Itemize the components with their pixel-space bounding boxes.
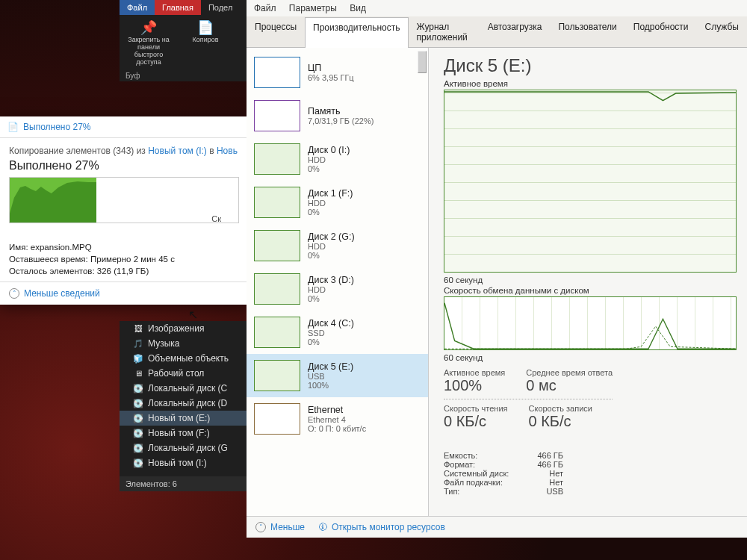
detail-pane: Диск 5 (E:) Активное время 60 секунд Ско… <box>429 48 747 516</box>
items-remaining-row: Осталось элементов: 326 (11,9 ГБ) <box>0 265 248 281</box>
drive-icon: 💽 <box>133 384 143 393</box>
resource-entry[interactable]: Диск 2 (G:)HDD0% <box>247 224 428 267</box>
tab-0[interactable]: Процессы <box>247 16 305 47</box>
kv-row: Емкость:466 ГБ <box>444 451 563 460</box>
thumb-chart <box>254 57 300 88</box>
axis-label-2: 60 секунд <box>444 353 737 362</box>
drive-icon: 💽 <box>133 414 143 423</box>
kv-row: Системный диск:Нет <box>444 469 563 478</box>
fewer-details-link[interactable]: ˄Меньше <box>255 522 305 532</box>
resmon-icon: 🛈 <box>318 522 327 532</box>
active-time-label: Активное время <box>444 79 737 88</box>
chevron-up-icon: ˄ <box>255 522 266 532</box>
sidebar-item[interactable]: 🖼Изображения <box>120 321 247 336</box>
sidebar-item[interactable]: 💽Локальный диск (C <box>120 381 247 396</box>
sidebar-item[interactable]: 🧊Объемные объекть <box>120 351 247 366</box>
detail-title: Диск 5 (E:) <box>444 55 737 76</box>
menu-view[interactable]: Вид <box>350 3 366 13</box>
sidebar-item-label: Объемные объекть <box>148 353 229 364</box>
entry-sub: 7,0/31,9 ГБ (22%) <box>308 116 374 125</box>
thumb-chart <box>254 187 300 218</box>
sidebar-item[interactable]: 💽Локальный диск (D <box>120 396 247 411</box>
entry-name: Диск 4 (C:) <box>308 318 354 329</box>
source-link[interactable]: Новый том (I:) <box>148 146 207 156</box>
drive-icon: 🎵 <box>133 339 143 349</box>
tm-footer: ˄Меньше 🛈Открыть монитор ресурсов <box>247 516 747 538</box>
transfer-rate-chart[interactable] <box>444 296 737 350</box>
entry-name: Диск 2 (G:) <box>308 231 355 242</box>
active-time-chart[interactable] <box>444 90 737 273</box>
sidebar-item-label: Локальный диск (C <box>148 383 227 393</box>
tab-3[interactable]: Автозагрузка <box>480 16 551 47</box>
sidebar-item[interactable]: 💽Локальный диск (G <box>120 441 247 455</box>
sidebar-item[interactable]: 💽Новый том (I:) <box>120 455 247 470</box>
explorer-ribbon-fragment: Файл Главная Подел 📌 Закрепить на панели… <box>120 0 247 81</box>
fewer-details-toggle[interactable]: ˄ Меньше сведений <box>0 281 248 305</box>
sidebar-item[interactable]: 🎵Музыка <box>120 336 247 351</box>
chevron-up-icon: ˄ <box>9 288 19 299</box>
resource-entry[interactable]: Диск 1 (F:)HDD0% <box>247 181 428 224</box>
menu-options[interactable]: Параметры <box>289 3 337 13</box>
pin-quickaccess-button[interactable]: 📌 Закрепить на панели быстрого доступа <box>123 19 175 66</box>
drive-icon: 💽 <box>133 429 143 438</box>
resource-list[interactable]: ЦП6% 3,95 ГГцПамять7,0/31,9 ГБ (22%)Диск… <box>247 48 429 516</box>
explorer-tab-home[interactable]: Главная <box>155 0 201 15</box>
kv-row: Формат:466 ГБ <box>444 460 563 469</box>
resource-entry[interactable]: ЦП6% 3,95 ГГц <box>247 51 428 94</box>
task-manager-window: Файл Параметры Вид ПроцессыПроизводитель… <box>247 0 747 538</box>
stat-read-speed: Скорость чтения 0 КБ/с <box>444 404 508 430</box>
entry-sub: Ethernet 4О: 0 П: 0 кбит/с <box>308 415 366 433</box>
explorer-tab-share[interactable]: Подел <box>201 0 240 15</box>
sidebar-item[interactable]: 🖥Рабочий стол <box>120 366 247 381</box>
tab-6[interactable]: Службы <box>697 16 747 47</box>
stat-write-speed: Скорость записи 0 КБ/с <box>529 404 592 430</box>
entry-sub: HDD0% <box>308 285 354 303</box>
menu-bar: Файл Параметры Вид <box>247 0 747 16</box>
entry-name: Память <box>308 106 374 116</box>
file-name-row: Имя: expansion.MPQ <box>0 241 248 253</box>
sidebar-item[interactable]: 💽Новый том (E:) <box>120 411 247 426</box>
scrollbar-thumb[interactable] <box>418 51 427 73</box>
copy-label: Копиров <box>193 36 219 43</box>
entry-sub: 6% 3,95 ГГц <box>308 73 354 82</box>
tab-strip: ПроцессыПроизводительностьЖурнал приложе… <box>247 16 747 48</box>
statusbar-item-count: Элементов: 6 <box>120 476 247 491</box>
thumb-chart <box>254 317 300 348</box>
entry-sub: HDD0% <box>308 242 355 260</box>
resource-entry[interactable]: Память7,0/31,9 ГБ (22%) <box>247 94 428 137</box>
copy-button[interactable]: 📄 Копиров <box>179 19 232 66</box>
explorer-nav-sidebar: 🖼Изображения🎵Музыка🧊Объемные объекть🖥Раб… <box>120 321 247 491</box>
explorer-tab-file[interactable]: Файл <box>120 0 155 15</box>
drive-icon: 🖼 <box>133 324 143 333</box>
menu-file[interactable]: Файл <box>254 3 276 13</box>
sidebar-item-label: Рабочий стол <box>148 368 204 379</box>
tab-1[interactable]: Производительность <box>305 17 408 48</box>
open-resmon-link[interactable]: 🛈Открыть монитор ресурсов <box>318 522 445 532</box>
thumb-chart <box>254 230 300 261</box>
tab-4[interactable]: Пользователи <box>550 16 624 47</box>
resource-entry[interactable]: Диск 3 (D:)HDD0% <box>247 267 428 311</box>
entry-sub: SSD0% <box>308 329 354 346</box>
tab-5[interactable]: Подробности <box>625 16 697 47</box>
sidebar-item[interactable]: 💽Новый том (F:) <box>120 426 247 441</box>
entry-name: ЦП <box>308 63 354 73</box>
sidebar-item-label: Локальный диск (D <box>148 398 227 408</box>
entry-name: Диск 5 (E:) <box>308 361 353 372</box>
resource-entry[interactable]: EthernetEthernet 4О: 0 П: 0 кбит/с <box>247 397 428 441</box>
entry-name: Диск 0 (I:) <box>308 145 350 155</box>
dest-link[interactable]: Новь <box>217 146 238 156</box>
copy-source-line: Копирование элементов (343) из Новый том… <box>9 146 239 156</box>
entry-sub: USB100% <box>308 372 353 390</box>
drive-icon: 🧊 <box>133 354 143 364</box>
dialog-titlebar[interactable]: 📄 Выполнено 27% <box>0 116 248 138</box>
sidebar-item-label: Локальный диск (G <box>148 443 228 453</box>
copy-progress-dialog: 📄 Выполнено 27% Копирование элементов (3… <box>0 116 248 305</box>
resource-entry[interactable]: Диск 5 (E:)USB100% <box>247 354 428 397</box>
resource-entry[interactable]: Диск 4 (C:)SSD0% <box>247 311 428 354</box>
stat-active-time: Активное время 100% <box>444 368 505 394</box>
resource-entry[interactable]: Диск 0 (I:)HDD0% <box>247 137 428 181</box>
tab-2[interactable]: Журнал приложений <box>409 16 480 47</box>
sidebar-item-label: Изображения <box>148 323 204 334</box>
thumb-chart <box>254 100 300 131</box>
clipboard-group-label: Буф <box>120 70 247 81</box>
